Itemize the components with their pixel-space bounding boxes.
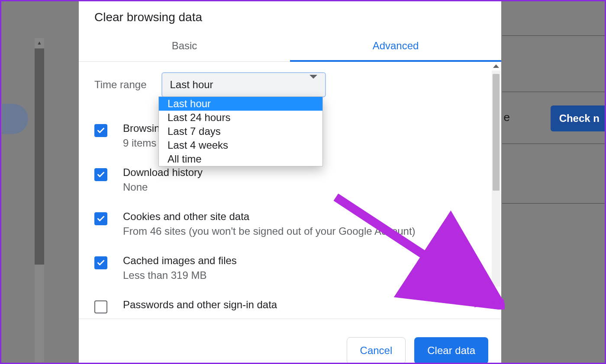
page-scrollbar-thumb[interactable]: [35, 48, 44, 265]
clear-data-button-label: Clear data: [427, 345, 475, 357]
data-type-row: Download history None: [94, 166, 486, 193]
data-type-row: Cached images and files Less than 319 MB: [94, 255, 486, 281]
item-title: Cookies and other site data: [123, 211, 416, 223]
time-range-dropdown: Last hour Last 24 hours Last 7 days Last…: [158, 96, 323, 166]
dialog-title: Clear browsing data: [79, 0, 501, 24]
bg-truncated-text: e: [504, 111, 510, 124]
time-range-label: Time range: [94, 79, 147, 91]
check-icon: [97, 259, 105, 267]
item-title: Download history: [123, 166, 203, 179]
item-title: Cached images and files: [123, 255, 237, 267]
dropdown-option-last-hour[interactable]: Last hour: [159, 97, 322, 111]
chevron-down-icon: [309, 79, 317, 91]
dialog-scrollbar[interactable]: [491, 62, 501, 287]
dropdown-option-last-4-weeks[interactable]: Last 4 weeks: [159, 138, 322, 152]
dropdown-option-last-7-days[interactable]: Last 7 days: [159, 125, 322, 138]
item-subtitle: From 46 sites (you won't be signed out o…: [123, 225, 416, 237]
cancel-button[interactable]: Cancel: [347, 337, 406, 364]
bg-check-now-button: Check n: [551, 105, 606, 131]
clear-browsing-data-dialog: Clear browsing data Basic Advanced Time …: [79, 0, 501, 364]
scroll-thumb[interactable]: [493, 74, 500, 191]
time-range-selected-value: Last hour: [170, 79, 213, 91]
tabs-bar: Basic Advanced: [79, 40, 501, 62]
check-icon: [97, 214, 105, 223]
check-icon: [97, 170, 105, 179]
dialog-footer: Cancel Clear data: [79, 319, 501, 364]
dropdown-option-last-24-hours[interactable]: Last 24 hours: [159, 111, 322, 125]
checkbox-download-history[interactable]: [94, 168, 107, 181]
scroll-down-icon[interactable]: [491, 277, 501, 286]
tab-advanced[interactable]: Advanced: [290, 40, 501, 61]
checkbox-browsing-history[interactable]: [94, 124, 107, 137]
item-subtitle: Less than 319 MB: [123, 269, 237, 281]
dropdown-option-all-time[interactable]: All time: [159, 152, 322, 166]
data-type-row: Cookies and other site data From 46 site…: [94, 211, 486, 237]
clear-data-button[interactable]: Clear data: [414, 337, 488, 364]
tab-basic-label: Basic: [172, 40, 197, 51]
data-type-row: Passwords and other sign-in data: [94, 299, 486, 313]
time-range-row: Time range Last hour: [94, 72, 486, 97]
tab-basic[interactable]: Basic: [79, 40, 290, 61]
scroll-up-icon[interactable]: [491, 62, 501, 70]
checkbox-cached-images[interactable]: [94, 256, 107, 269]
checkbox-passwords[interactable]: [94, 300, 107, 313]
time-range-select[interactable]: Last hour: [161, 72, 326, 97]
tab-advanced-label: Advanced: [373, 40, 419, 51]
dialog-scroll-body: Time range Last hour Browsing history 9 …: [79, 62, 501, 319]
scroll-track[interactable]: [492, 70, 500, 287]
item-title: Passwords and other sign-in data: [123, 299, 277, 311]
item-subtitle: None: [123, 181, 203, 193]
page-scrollbar-up-icon[interactable]: ▲: [35, 38, 44, 48]
cancel-button-label: Cancel: [360, 345, 393, 357]
checkbox-cookies[interactable]: [94, 212, 107, 225]
check-icon: [97, 126, 105, 135]
